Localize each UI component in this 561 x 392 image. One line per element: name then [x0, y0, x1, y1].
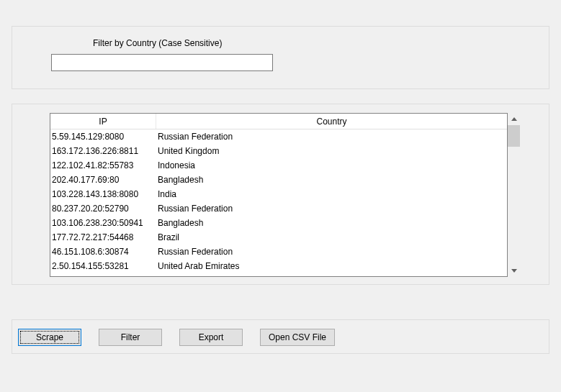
filter-groupbox: Filter by Country (Case Sensitive) — [12, 26, 549, 89]
vertical-scrollbar[interactable] — [508, 113, 520, 277]
table-row[interactable]: 103.106.238.230:50941Bangladesh — [50, 216, 507, 230]
cell-country: Brazil — [156, 230, 507, 245]
column-header-ip[interactable]: IP — [50, 114, 156, 129]
table-row[interactable]: 163.172.136.226:8811United Kingdom — [50, 144, 507, 158]
cell-ip: 5.59.145.129:8080 — [50, 129, 156, 144]
cell-ip: 80.237.20.20:52790 — [50, 201, 156, 216]
cell-country: Russian Federation — [156, 129, 507, 144]
cell-country: United Arab Emirates — [156, 259, 507, 273]
table-row[interactable]: 80.237.20.20:52790Russian Federation — [50, 201, 507, 216]
table-row[interactable]: 122.102.41.82:55783Indonesia — [50, 158, 507, 173]
open-csv-button[interactable]: Open CSV File — [260, 329, 335, 346]
table-groupbox: IP Country 5.59.145.129:8080Russian Fede… — [12, 104, 549, 285]
cell-country: Indonesia — [156, 158, 507, 173]
export-button[interactable]: Export — [179, 329, 243, 346]
cell-country: Bangladesh — [156, 173, 507, 187]
filter-input[interactable] — [51, 54, 273, 71]
cell-ip: 103.106.238.230:50941 — [50, 216, 156, 230]
table-header[interactable]: IP Country — [50, 114, 507, 129]
cell-ip: 46.151.108.6:30874 — [50, 245, 156, 259]
filter-button[interactable]: Filter — [99, 329, 162, 346]
buttons-groupbox: Scrape Filter Export Open CSV File — [12, 319, 549, 354]
table-row[interactable]: 46.151.108.6:30874Russian Federation — [50, 245, 507, 259]
scroll-up-icon[interactable] — [508, 113, 520, 125]
cell-ip: 177.72.72.217:54468 — [50, 230, 156, 245]
cell-ip: 163.172.136.226:8811 — [50, 144, 156, 158]
cell-country: Russian Federation — [156, 245, 507, 259]
table-row[interactable]: 202.40.177.69:80Bangladesh — [50, 173, 507, 187]
cell-country: United Kingdom — [156, 144, 507, 158]
results-table[interactable]: IP Country 5.59.145.129:8080Russian Fede… — [50, 113, 508, 277]
scroll-thumb[interactable] — [508, 125, 520, 147]
cell-ip: 122.102.41.82:55783 — [50, 158, 156, 173]
table-row[interactable]: 177.72.72.217:54468Brazil — [50, 230, 507, 245]
table-row[interactable]: 2.50.154.155:53281United Arab Emirates — [50, 259, 507, 273]
cell-country: Bangladesh — [156, 216, 507, 230]
scroll-track[interactable] — [508, 125, 520, 265]
cell-country: Russian Federation — [156, 201, 507, 216]
scroll-down-icon[interactable] — [508, 265, 520, 277]
cell-ip: 2.50.154.155:53281 — [50, 259, 156, 273]
table-row[interactable]: 103.228.143.138:8080India — [50, 187, 507, 201]
scrape-button[interactable]: Scrape — [18, 329, 81, 346]
cell-ip: 202.40.177.69:80 — [50, 173, 156, 187]
filter-label: Filter by Country (Case Sensitive) — [93, 38, 549, 48]
cell-country: India — [156, 187, 507, 201]
column-header-country[interactable]: Country — [156, 114, 507, 129]
table-row[interactable]: 5.59.145.129:8080Russian Federation — [50, 129, 507, 144]
cell-ip: 103.228.143.138:8080 — [50, 187, 156, 201]
